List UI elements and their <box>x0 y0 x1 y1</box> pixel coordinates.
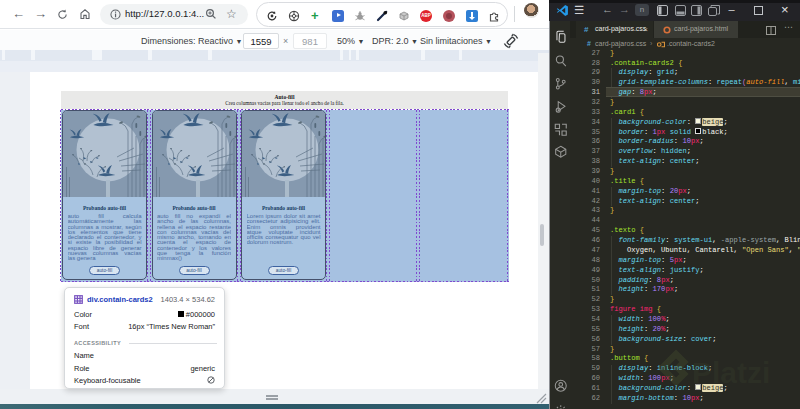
svg-text:Platzi: Platzi <box>692 356 770 389</box>
